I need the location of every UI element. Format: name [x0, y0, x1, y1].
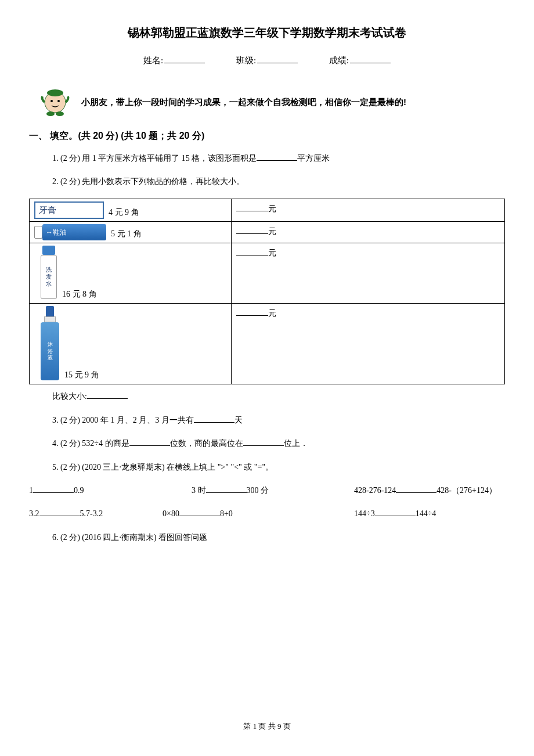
q5-row-1: 10.9 3 时300 分 428-276-124428-（276+124） — [29, 484, 505, 497]
table-row: ↔鞋油 5 元 1 角 元 — [30, 222, 505, 243]
question-1: 1. (2 分) 用 1 平方厘米方格平铺用了 15 格，该图形面积是平方厘米 — [52, 152, 505, 165]
cmp-left: 3 时 — [192, 484, 206, 497]
svg-point-3 — [57, 100, 60, 102]
item-price: 5 元 1 角 — [111, 228, 142, 240]
question-2: 2. (2 分) 先用小数表示下列物品的价格，再比较大小。 — [52, 175, 505, 188]
q1-suffix: 平方厘米 — [297, 154, 330, 163]
table-row: 洗发水 16 元 8 角 元 — [30, 243, 505, 304]
toothpaste-icon: 牙膏 — [34, 201, 104, 219]
svg-point-1 — [47, 89, 63, 96]
question-6: 6. (2 分) (2016 四上·衡南期末) 看图回答问题 — [52, 531, 505, 544]
price-table: 牙膏 4 元 9 角 元 ↔鞋油 5 元 1 角 元 — [29, 199, 505, 384]
q4-blank-1[interactable] — [129, 438, 170, 446]
q3-suffix: 天 — [234, 416, 243, 424]
name-blank[interactable] — [164, 63, 205, 63]
cmp-blank[interactable] — [375, 508, 416, 516]
cmp-right: 428-（276+124） — [436, 484, 497, 497]
item-price: 15 元 9 角 — [64, 369, 99, 381]
cmp-left: 3.2 — [29, 507, 39, 520]
shampoo-icon: 洗发水 — [40, 246, 57, 301]
cmp-left: 144÷3 — [354, 507, 375, 520]
item-price: 16 元 8 角 — [62, 288, 97, 301]
cmp-left: 428-276-124 — [354, 484, 396, 497]
cmp-right: 300 分 — [247, 484, 269, 497]
price-blank[interactable] — [236, 247, 268, 255]
cmp-left: 0×80 — [163, 507, 179, 520]
mascot-icon — [38, 85, 73, 120]
q4-mid: 位数，商的最高位在 — [170, 439, 243, 448]
unit: 元 — [268, 227, 276, 236]
encouragement-row: 小朋友，带上你一段时间的学习成果，一起来做个自我检测吧，相信你一定是最棒的! — [29, 85, 505, 120]
cmp-blank[interactable] — [206, 485, 247, 493]
q3-prefix: 3. (2 分) 2000 年 1 月、2 月、3 月一共有 — [52, 416, 194, 424]
cmp-right: 0.9 — [74, 484, 84, 497]
q4-blank-2[interactable] — [243, 438, 284, 446]
price-blank[interactable] — [236, 226, 268, 234]
svg-point-4 — [46, 111, 55, 116]
class-blank[interactable] — [257, 63, 298, 63]
unit: 元 — [268, 249, 276, 257]
cmp-right: 5.7-3.2 — [80, 507, 103, 520]
compare-size: 比较大小: — [52, 390, 505, 403]
shoe-polish-icon: ↔鞋油 — [34, 224, 106, 240]
q5-row-2: 3.25.7-3.2 0×808+0 144÷3144÷4 — [29, 507, 505, 520]
compare-blank[interactable] — [87, 391, 128, 399]
page-footer: 第 1 页 共 9 页 — [0, 721, 534, 733]
name-label: 姓名: — [143, 56, 163, 65]
question-3: 3. (2 分) 2000 年 1 月、2 月、3 月一共有天 — [52, 414, 505, 427]
price-blank[interactable] — [236, 308, 268, 316]
q1-prefix: 1. (2 分) 用 1 平方厘米方格平铺用了 15 格，该图形面积是 — [52, 154, 257, 163]
q6-text: 6. (2 分) (2016 四上·衡南期末) 看图回答问题 — [52, 533, 207, 542]
svg-point-2 — [50, 100, 53, 102]
table-row: 沐浴液 15 元 9 角 元 — [30, 304, 505, 384]
exam-title: 锡林郭勒盟正蓝旗数学三年级下学期数学期末考试试卷 — [29, 23, 505, 42]
cmp-left: 1 — [29, 484, 33, 497]
encouragement-text: 小朋友，带上你一段时间的学习成果，一起来做个自我检测吧，相信你一定是最棒的! — [81, 95, 406, 109]
cmp-blank[interactable] — [179, 508, 220, 516]
unit: 元 — [268, 204, 276, 213]
unit: 元 — [268, 309, 276, 318]
q1-blank[interactable] — [257, 153, 297, 161]
item-price: 4 元 9 角 — [109, 206, 139, 219]
price-blank[interactable] — [236, 203, 268, 211]
svg-point-5 — [56, 111, 64, 116]
question-4: 4. (2 分) 532÷4 的商是位数，商的最高位在位上． — [52, 437, 505, 450]
q3-blank[interactable] — [194, 415, 234, 423]
score-blank[interactable] — [350, 63, 391, 63]
cmp-right: 144÷4 — [416, 507, 436, 520]
compare-label: 比较大小: — [52, 392, 87, 401]
question-5: 5. (2 分) (2020 三上·龙泉驿期末) 在横线上填上 ">" "<" … — [52, 461, 505, 474]
q4-suffix: 位上． — [284, 439, 308, 448]
cmp-blank[interactable] — [33, 485, 74, 493]
bodywash-icon: 沐浴液 — [40, 306, 60, 381]
section-1-header: 一、 填空。(共 20 分) (共 10 题；共 20 分) — [29, 128, 505, 143]
cmp-blank[interactable] — [39, 508, 80, 516]
class-label: 班级: — [236, 56, 256, 65]
q2-text: 2. (2 分) 先用小数表示下列物品的价格，再比较大小。 — [52, 177, 244, 186]
table-row: 牙膏 4 元 9 角 元 — [30, 199, 505, 222]
cmp-blank[interactable] — [396, 485, 436, 493]
score-label: 成绩: — [329, 56, 349, 65]
cmp-right: 8+0 — [220, 507, 233, 520]
q5-text: 5. (2 分) (2020 三上·龙泉驿期末) 在横线上填上 ">" "<" … — [52, 463, 273, 471]
student-info-line: 姓名: 班级: 成绩: — [29, 53, 505, 67]
q4-prefix: 4. (2 分) 532÷4 的商是 — [52, 439, 129, 448]
